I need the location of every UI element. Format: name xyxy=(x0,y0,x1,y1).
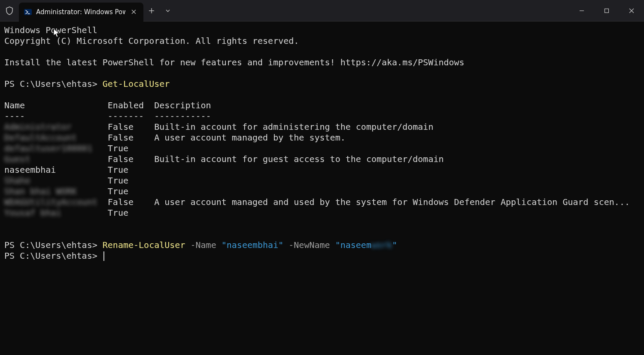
value-newname-end: " xyxy=(392,240,397,250)
tab-dropdown-button[interactable] xyxy=(160,3,176,19)
tab-title: Administrator: Windows Powe xyxy=(36,8,125,16)
shield-icon xyxy=(0,0,19,21)
table-rows: Administrator False Built-in account for… xyxy=(4,122,630,218)
prompt: PS C:\Users\ehtas> xyxy=(4,79,103,89)
param-newname: -NewName xyxy=(283,240,335,250)
plus-icon xyxy=(149,8,155,14)
titlebar-left: Administrator: Windows Powe xyxy=(0,0,176,21)
value-newname-blurred: work xyxy=(371,240,392,250)
table-row-name: WDAGUtilityAccount xyxy=(4,197,97,207)
new-tab-button[interactable] xyxy=(143,3,160,19)
install-message: Install the latest PowerShell for new fe… xyxy=(4,57,465,67)
value-name: "naseembhai" xyxy=(222,240,284,250)
close-icon xyxy=(629,8,634,13)
titlebar: Administrator: Windows Powe xyxy=(0,0,644,21)
tab-close-button[interactable] xyxy=(130,7,139,17)
window-controls xyxy=(569,0,644,21)
close-icon xyxy=(131,9,136,14)
table-row-rest: False Built-in account for administering… xyxy=(72,122,434,132)
svg-rect-7 xyxy=(605,9,609,12)
table-divider: ---- ------- ----------- xyxy=(4,111,211,121)
table-row-rest: False A user account managed by the syst… xyxy=(77,132,346,143)
table-row-name: Administrator xyxy=(4,122,72,132)
minimize-icon xyxy=(579,8,584,13)
table-row-name: Guest xyxy=(4,154,30,164)
table-row-name: naseembhai xyxy=(4,165,56,175)
table-row-rest: True xyxy=(61,208,128,218)
table-header: Name Enabled Description xyxy=(4,100,211,110)
table-row-rest: True xyxy=(30,175,128,186)
close-button[interactable] xyxy=(619,0,644,21)
table-row-rest: True xyxy=(92,143,128,153)
prompt: PS C:\Users\ehtas> xyxy=(4,251,103,261)
table-row-name: defaultuser100001 xyxy=(4,143,92,153)
maximize-icon xyxy=(604,8,609,13)
table-row-name: DefaultAccount xyxy=(4,132,77,143)
powershell-icon xyxy=(24,8,32,16)
banner-line-2: Copyright (C) Microsoft Corporation. All… xyxy=(4,36,299,46)
table-row-rest: False Built-in account for guest access … xyxy=(30,154,444,164)
maximize-button[interactable] xyxy=(594,0,619,21)
table-row-rest: True xyxy=(77,186,128,196)
tab-powershell[interactable]: Administrator: Windows Powe xyxy=(19,3,143,21)
table-row-name: Shahe xyxy=(4,175,30,186)
table-row-rest: True xyxy=(56,165,128,175)
chevron-down-icon xyxy=(165,8,170,13)
prompt: PS C:\Users\ehtas> xyxy=(4,240,103,250)
table-row-name: Shan bhai WORK xyxy=(4,186,77,196)
minimize-button[interactable] xyxy=(569,0,594,21)
table-row-rest: False A user account managed and used by… xyxy=(97,197,630,207)
param-name: -Name xyxy=(185,240,221,250)
command-get-localuser: Get-LocalUser xyxy=(103,79,170,89)
table-row-name: Yousaf bhai xyxy=(4,208,61,218)
text-cursor xyxy=(103,251,104,261)
banner-line-1: Windows PowerShell xyxy=(4,25,97,35)
command-rename-localuser: Rename-LocalUser xyxy=(103,240,185,250)
value-newname-clear: "naseem xyxy=(335,240,371,250)
terminal-output[interactable]: Windows PowerShell Copyright (C) Microso… xyxy=(0,21,644,355)
